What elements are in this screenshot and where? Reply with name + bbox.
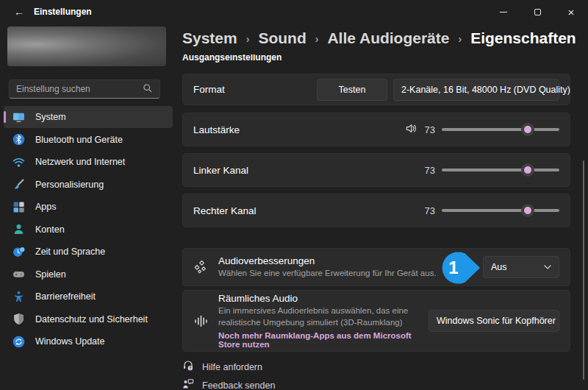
spatial-audio-title: Räumliches Audio (218, 293, 429, 304)
sidebar-item-bluetooth[interactable]: Bluetooth und Geräte (4, 129, 173, 151)
breadcrumb: System › Sound › Alle Audiogeräte › Eige… (182, 29, 576, 47)
spatial-audio-dropdown[interactable]: Windows Sonic für Kopfhörer (429, 310, 559, 332)
right-channel-row: Rechter Kanal 73 (182, 194, 570, 227)
headset-question-icon (182, 360, 194, 374)
slider-track[interactable] (442, 209, 559, 212)
window-controls: × (487, 0, 588, 24)
microsoft-store-link[interactable]: Noch mehr Raumklang-Apps aus dem Microso… (218, 331, 429, 349)
clock-globe-icon (12, 246, 25, 258)
shield-icon (12, 313, 25, 325)
sidebar-item-privacy-security[interactable]: Datenschutz und Sicherheit (4, 308, 173, 330)
sidebar-item-personalization[interactable]: Personalisierung (4, 174, 173, 196)
sidebar-item-network[interactable]: Netzwerk und Internet (4, 151, 173, 173)
close-icon: × (568, 7, 575, 18)
left-channel-value: 73 (425, 165, 435, 176)
format-dropdown[interactable]: 2-Kanäle, 16 Bit, 48000 Hz (DVD Quality) (393, 79, 559, 101)
format-dropdown-value: 2-Kanäle, 16 Bit, 48000 Hz (DVD Quality) (401, 85, 570, 95)
breadcrumb-item-all-audio-devices[interactable]: Alle Audiogeräte (327, 29, 449, 47)
sidebar-item-time-language[interactable]: Zeit und Sprache (4, 241, 173, 263)
sidebar-item-windows-update[interactable]: Windows Update (4, 330, 173, 352)
maximize-icon (534, 9, 541, 15)
minimize-button[interactable] (487, 0, 520, 24)
back-arrow-icon: ← (14, 6, 24, 18)
audio-enhancements-dropdown-value: Aus (491, 262, 507, 272)
sidebar-item-label: Datenschutz und Sicherheit (35, 314, 148, 325)
sidebar: Einstellung suchen System Bluetooth und … (0, 24, 176, 390)
sidebar-item-label: Personalisierung (35, 180, 104, 190)
sidebar-item-system[interactable]: System (4, 106, 173, 128)
search-placeholder: Einstellung suchen (16, 84, 90, 94)
right-channel-slider[interactable] (442, 204, 559, 217)
volume-value: 73 (425, 124, 435, 135)
paintbrush-icon (12, 178, 25, 191)
monitor-icon (12, 111, 25, 124)
user-profile-blurred[interactable] (7, 26, 166, 66)
main-content: System › Sound › Alle Audiogeräte › Eige… (176, 24, 588, 390)
get-help-label: Hilfe anfordern (202, 362, 262, 372)
slider-handle[interactable] (521, 163, 534, 177)
close-button[interactable]: × (554, 0, 588, 24)
wifi-icon (12, 156, 25, 169)
titlebar: ← Einstellungen × (0, 0, 588, 24)
sidebar-item-accessibility[interactable]: Barrierefreiheit (4, 286, 173, 308)
left-channel-row: Linker Kanal 73 (182, 153, 570, 187)
sidebar-item-label: System (35, 112, 66, 122)
chevron-right-icon: › (458, 32, 462, 45)
audio-enhancements-row: Audioverbesserungen Wählen Sie eine verf… (182, 248, 570, 286)
sidebar-item-label: Windows Update (35, 336, 105, 347)
volume-label: Lautstärke (193, 124, 240, 135)
sidebar-item-apps[interactable]: Apps (4, 196, 173, 218)
sound-bars-icon (193, 314, 208, 328)
vertical-scrollbar[interactable] (583, 160, 584, 380)
sidebar-item-label: Konten (35, 224, 65, 235)
slider-handle[interactable] (521, 123, 534, 136)
format-row: Format Testen 2-Kanäle, 16 Bit, 48000 Hz… (182, 74, 570, 105)
audio-enhancements-title: Audioverbesserungen (218, 255, 437, 266)
right-channel-value: 73 (425, 205, 435, 216)
sidebar-item-gaming[interactable]: Spielen (4, 263, 173, 286)
sidebar-item-label: Apps (35, 202, 57, 212)
gamepad-icon (12, 268, 25, 280)
chevron-right-icon: › (315, 32, 319, 45)
chevron-down-icon (544, 265, 551, 269)
left-channel-label: Linker Kanal (193, 165, 248, 176)
annotation-number: 1 (448, 258, 458, 277)
audio-enhancements-description: Wählen Sie eine verfügbare Erweiterung f… (218, 268, 437, 280)
sidebar-nav: System Bluetooth und Geräte Netzwerk und… (0, 106, 176, 352)
search-icon (143, 83, 153, 96)
test-button[interactable]: Testen (317, 79, 387, 101)
section-heading-output-settings: Ausgangseinstellungen (182, 54, 282, 65)
spatial-audio-description: Ein immersives Audioerlebnis auswählen, … (218, 305, 429, 328)
right-channel-label: Rechter Kanal (193, 205, 257, 216)
test-button-label: Testen (339, 85, 366, 95)
audio-enhancements-dropdown[interactable]: Aus (483, 256, 559, 278)
breadcrumb-item-system[interactable]: System (182, 29, 237, 47)
slider-track[interactable] (442, 128, 559, 131)
volume-slider[interactable] (442, 123, 559, 136)
sidebar-item-label: Netzwerk und Internet (35, 157, 125, 167)
breadcrumb-item-sound[interactable]: Sound (258, 29, 306, 47)
sidebar-item-label: Spielen (35, 269, 66, 280)
speaker-icon[interactable] (405, 122, 418, 138)
update-arrows-icon (12, 336, 25, 348)
annotation-callout-1: 1 (437, 249, 481, 287)
spatial-audio-dropdown-value: Windows Sonic für Kopfhörer (437, 316, 556, 326)
send-feedback-link[interactable]: Feedback senden (182, 378, 275, 390)
person-chat-icon (182, 378, 194, 390)
back-button[interactable]: ← (7, 0, 31, 24)
selected-accent-bar (4, 111, 6, 123)
bluetooth-icon (12, 133, 25, 146)
format-label: Format (193, 84, 225, 95)
breadcrumb-item-properties: Eigenschaften (470, 29, 576, 47)
slider-handle[interactable] (521, 204, 534, 217)
sidebar-item-accounts[interactable]: Konten (4, 219, 173, 241)
slider-track[interactable] (442, 169, 559, 171)
get-help-link[interactable]: Hilfe anfordern (182, 360, 262, 374)
sparkle-diamonds-icon (193, 260, 208, 274)
maximize-button[interactable] (520, 0, 554, 24)
left-channel-slider[interactable] (442, 163, 559, 177)
spatial-audio-row: Räumliches Audio Ein immersives Audioerl… (182, 290, 570, 352)
search-input[interactable]: Einstellung suchen (9, 79, 160, 99)
sidebar-item-label: Zeit und Sprache (35, 247, 105, 257)
person-icon (12, 223, 25, 235)
